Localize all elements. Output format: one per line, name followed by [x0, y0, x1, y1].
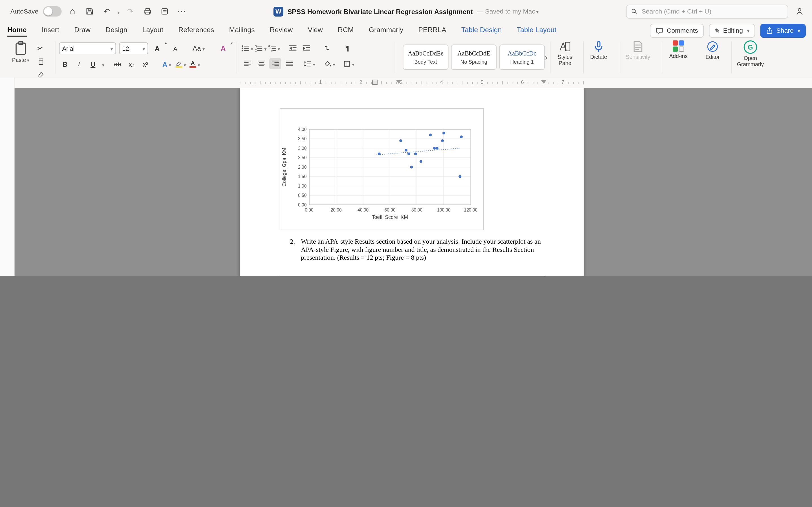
style-card-body-text[interactable]: AaBbCcDdEeBody Text — [403, 45, 449, 70]
redo-icon[interactable] — [124, 5, 137, 17]
search-input[interactable] — [641, 7, 783, 15]
sensitivity-button[interactable]: Sensitivity — [623, 40, 653, 60]
tab-home[interactable]: Home — [7, 24, 27, 36]
italic-button[interactable]: I — [73, 59, 85, 70]
align-right-button[interactable] — [269, 58, 281, 69]
tab-insert[interactable]: Insert — [42, 24, 59, 36]
tab-table-layout[interactable]: Table Layout — [517, 24, 557, 36]
tab-view[interactable]: View — [308, 24, 322, 36]
more-options-icon[interactable] — [175, 5, 188, 17]
autosave-toggle[interactable] — [43, 6, 62, 17]
editor-button[interactable]: Editor — [699, 40, 726, 60]
autosave-label: AutoSave — [10, 8, 39, 15]
svg-text:3.50: 3.50 — [298, 136, 307, 141]
bold-button[interactable]: B — [59, 59, 71, 70]
print-icon[interactable] — [141, 5, 154, 17]
chevron-down-icon — [109, 45, 113, 52]
increase-indent-button[interactable] — [300, 43, 312, 54]
highlighter-icon — [175, 61, 182, 66]
copy-icon[interactable] — [34, 56, 46, 67]
align-center-icon — [258, 61, 265, 67]
document-title[interactable]: SPSS Homework Bivariate Linear Regressio… — [287, 8, 472, 15]
underline-button[interactable]: U — [87, 59, 99, 70]
save-icon[interactable] — [84, 5, 96, 17]
tab-table-design[interactable]: Table Design — [461, 24, 502, 36]
styles-gallery-more-icon[interactable] — [545, 53, 548, 62]
superscript-button[interactable]: x² — [140, 59, 151, 70]
clear-formatting-button[interactable]: A — [217, 43, 229, 54]
addins-button[interactable]: Add-ins — [665, 40, 692, 59]
multilevel-list-button[interactable] — [268, 43, 280, 54]
styles-pane-icon — [559, 40, 571, 53]
decrease-indent-icon — [289, 45, 297, 52]
show-formatting-marks-button[interactable] — [342, 43, 354, 54]
change-case-button[interactable]: Aa — [193, 43, 205, 54]
tab-review[interactable]: Review — [270, 24, 293, 36]
styles-pane-button[interactable]: Styles Pane — [552, 40, 578, 66]
strikethrough-button[interactable]: ab — [112, 59, 123, 70]
chevron-down-icon — [263, 44, 266, 52]
paste-button[interactable]: Paste — [9, 40, 32, 64]
tab-layout[interactable]: Layout — [142, 24, 163, 36]
tab-references[interactable]: References — [179, 24, 214, 36]
underline-label: U — [91, 60, 95, 68]
sort-button[interactable]: ⇅ — [321, 43, 333, 54]
font-color-button[interactable]: A — [189, 59, 201, 70]
problem-set-box[interactable]: Problem Set 2: Linear Regression Analysi… — [280, 276, 545, 276]
style-card-no-spacing[interactable]: AaBbCcDdENo Spacing — [451, 45, 497, 70]
chevron-down-icon — [332, 60, 335, 68]
chevron-down-icon — [797, 27, 800, 34]
text-effects-button[interactable]: A — [161, 59, 172, 70]
subscript-button[interactable]: x₂ — [125, 59, 137, 70]
numbered-item-2[interactable]: 2. Write an APA-style Results section ba… — [290, 237, 545, 262]
shrink-font-button[interactable]: A — [169, 43, 181, 54]
tab-grammarly[interactable]: Grammarly — [369, 24, 403, 36]
align-left-button[interactable] — [241, 58, 253, 69]
saved-status[interactable]: — Saved to my Mac — [477, 8, 539, 15]
comments-button[interactable]: Comments — [650, 24, 704, 38]
share-button[interactable]: Share — [760, 24, 806, 38]
grow-font-button[interactable]: A — [151, 43, 163, 54]
tab-draw[interactable]: Draw — [74, 24, 91, 36]
chevron-down-icon — [201, 45, 205, 52]
font-size-combobox[interactable]: 12 — [119, 43, 148, 54]
highlight-color-button[interactable] — [175, 59, 187, 70]
cut-icon[interactable] — [34, 43, 46, 54]
account-icon[interactable] — [794, 5, 806, 17]
bullet-list-button[interactable] — [241, 43, 253, 54]
tab-rcm[interactable]: RCM — [338, 24, 354, 36]
right-indent-marker[interactable] — [541, 80, 546, 84]
borders-button[interactable] — [343, 58, 355, 69]
svg-text:2.00: 2.00 — [298, 165, 307, 170]
editing-mode-button[interactable]: Editing — [709, 24, 755, 38]
ruler[interactable]: 1234567 — [0, 78, 812, 89]
dictate-button[interactable]: Dictate — [586, 40, 612, 60]
tab-design[interactable]: Design — [105, 24, 127, 36]
style-card-heading-1[interactable]: AaBbCcDcHeading 1 — [499, 45, 545, 70]
document-page[interactable]: 0.0020.0040.0060.0080.00100.00120.000.00… — [240, 88, 583, 276]
align-center-button[interactable] — [255, 58, 267, 69]
tab-mailings[interactable]: Mailings — [229, 24, 255, 36]
home-icon[interactable] — [66, 5, 79, 17]
chevron-down-icon[interactable] — [101, 59, 104, 69]
search-box[interactable] — [626, 4, 788, 18]
shading-button[interactable] — [324, 58, 336, 69]
chevron-down-icon — [26, 57, 29, 63]
group-separator — [237, 41, 237, 73]
undo-dropdown-icon[interactable] — [117, 7, 119, 16]
first-line-indent-marker[interactable] — [396, 80, 401, 84]
line-spacing-button[interactable] — [303, 58, 315, 69]
document-canvas[interactable]: 0.0020.0040.0060.0080.00100.00120.000.00… — [0, 88, 812, 276]
font-name-combobox[interactable]: Arial — [59, 43, 116, 54]
open-grammarly-button[interactable]: G Open Grammarly — [734, 40, 767, 67]
tab-perrla[interactable]: PERRLA — [418, 24, 446, 36]
undo-icon[interactable] — [101, 5, 113, 17]
justify-button[interactable] — [283, 58, 295, 69]
align-right-icon — [271, 61, 279, 67]
indent-marker[interactable] — [372, 80, 377, 85]
decrease-indent-button[interactable] — [287, 43, 299, 54]
scatterplot-chart[interactable]: 0.0020.0040.0060.0080.00100.00120.000.00… — [280, 108, 484, 230]
ribbon-tabs: HomeInsertDrawDesignLayoutReferencesMail… — [7, 24, 557, 36]
numbered-list-button[interactable] — [255, 43, 267, 54]
notes-icon[interactable] — [158, 5, 171, 17]
